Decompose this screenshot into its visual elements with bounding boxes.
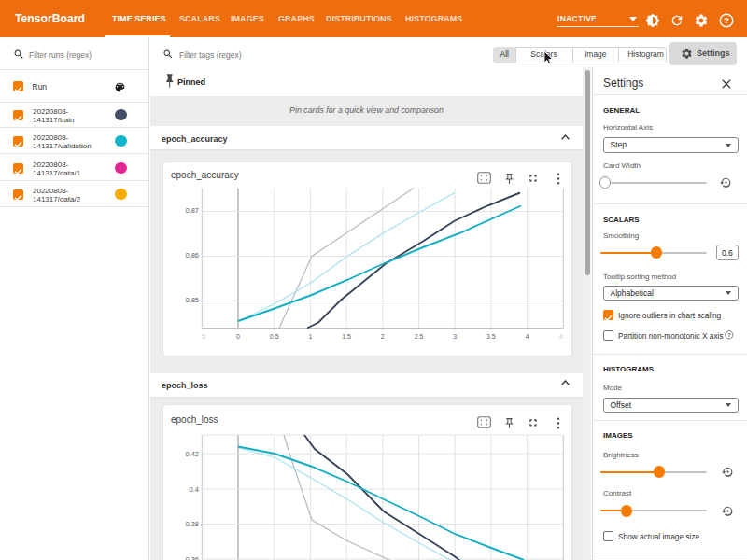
svg-text:1.5: 1.5 <box>342 332 351 339</box>
svg-text:1: 1 <box>308 332 312 339</box>
svg-text:0.86: 0.86 <box>185 250 199 259</box>
svg-text:0.87: 0.87 <box>185 205 199 214</box>
svg-text:0.5: 0.5 <box>270 332 279 339</box>
svg-text:0.4: 0.4 <box>190 485 199 494</box>
svg-text:0.85: 0.85 <box>185 295 199 303</box>
svg-text:0.36: 0.36 <box>185 555 199 560</box>
svg-text:3.5: 3.5 <box>486 332 496 339</box>
svg-text:0.38: 0.38 <box>185 520 199 528</box>
svg-text:?: ? <box>727 332 731 338</box>
svg-text:4: 4 <box>526 332 529 339</box>
svg-text:3: 3 <box>453 332 457 339</box>
svg-text:2: 2 <box>381 332 385 339</box>
svg-text:0.42: 0.42 <box>185 450 199 458</box>
svg-text:?: ? <box>724 16 729 25</box>
svg-text:0: 0 <box>236 332 240 339</box>
svg-text:5: 5 <box>202 332 205 339</box>
svg-text:4: 4 <box>559 332 563 339</box>
svg-text:2.5: 2.5 <box>415 332 424 339</box>
